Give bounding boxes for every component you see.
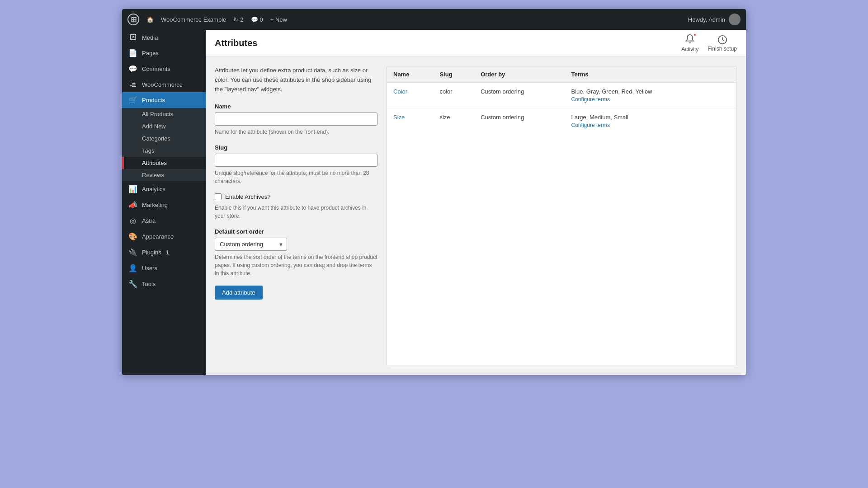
attr-slug-color: color [433, 83, 474, 108]
color-link[interactable]: Color [393, 88, 407, 95]
plugins-badge: 1 [166, 249, 169, 256]
page-title: Attributes [215, 38, 257, 48]
analytics-icon: 📊 [128, 185, 137, 193]
plugins-icon: 🔌 [128, 248, 137, 257]
attr-actions-size [716, 108, 736, 134]
slug-hint: Unique slug/reference for the attribute;… [215, 169, 377, 185]
submenu-reviews[interactable]: Reviews [122, 169, 206, 181]
attributes-table-panel: Name Slug Order by Terms Color [387, 66, 737, 366]
sidebar-item-comments[interactable]: 💬 Comments [122, 61, 206, 77]
content-area: Attributes Activity [206, 30, 746, 375]
sidebar-item-woocommerce[interactable]: 🛍 WooCommerce [122, 77, 206, 92]
sidebar-item-tools[interactable]: 🔧 Tools [122, 276, 206, 292]
sidebar-item-pages[interactable]: 📄 Pages [122, 45, 206, 61]
submenu-all-products[interactable]: All Products [122, 108, 206, 120]
archives-hint: Enable this if you want this attribute t… [215, 204, 377, 220]
attr-orderby-color: Custom ordering [474, 83, 565, 108]
activity-icon [685, 34, 695, 45]
home-icon-bar[interactable]: 🏠 [146, 16, 154, 23]
col-header-slug: Slug [433, 66, 474, 83]
sort-hint: Determines the sort order of the terms o… [215, 253, 377, 277]
comments-icon: 💬 [128, 65, 137, 73]
sidebar-item-users[interactable]: 👤 Users [122, 260, 206, 276]
table-row: Color color Custom ordering Blue, Gray, … [387, 83, 736, 108]
woocommerce-icon: 🛍 [128, 80, 137, 89]
content-header: Attributes Activity [206, 30, 746, 57]
submenu-tags[interactable]: Tags [122, 145, 206, 157]
products-icon: 🛒 [128, 96, 137, 104]
sidebar-item-analytics[interactable]: 📊 Analytics [122, 181, 206, 197]
finish-setup-button[interactable]: Finish setup [708, 35, 737, 52]
attr-actions-color [716, 83, 736, 108]
marketing-icon: 📣 [128, 201, 137, 209]
slug-label: Slug [215, 144, 377, 151]
name-input[interactable] [215, 113, 377, 126]
main-content: Attributes let you define extra product … [206, 57, 746, 375]
sort-order-select[interactable]: Custom ordering Name Name (numeric) Term… [215, 238, 287, 251]
comments-button[interactable]: 💬 0 [251, 16, 263, 23]
astra-icon: ◎ [128, 216, 137, 225]
col-header-orderby: Order by [474, 66, 565, 83]
attr-orderby-size: Custom ordering [474, 108, 565, 134]
sidebar-item-media[interactable]: 🖼 Media [122, 30, 206, 45]
form-panel: Attributes let you define extra product … [215, 66, 377, 366]
slug-input[interactable] [215, 154, 377, 167]
attr-terms-color: Blue, Gray, Green, Red, Yellow Configure… [565, 83, 716, 108]
submenu-add-new[interactable]: Add New [122, 120, 206, 132]
col-header-terms: Terms [565, 66, 716, 83]
archives-checkbox[interactable] [215, 193, 222, 200]
site-name[interactable]: WooCommerce Example [161, 16, 226, 23]
archives-label[interactable]: Enable Archives? [225, 193, 270, 200]
sort-order-group: Default sort order Custom ordering Name … [215, 228, 377, 277]
avatar[interactable] [729, 14, 741, 25]
configure-terms-color[interactable]: Configure terms [571, 96, 710, 103]
sort-order-wrapper: Custom ordering Name Name (numeric) Term… [215, 238, 287, 251]
home-icon: 🏠 [146, 16, 154, 23]
sidebar-item-products[interactable]: 🛒 Products [122, 92, 206, 108]
media-icon: 🖼 [128, 33, 137, 42]
slug-group: Slug Unique slug/reference for the attri… [215, 144, 377, 185]
attributes-table: Name Slug Order by Terms Color [387, 66, 736, 134]
products-submenu: All Products Add New Categories Tags Att… [122, 108, 206, 181]
add-attribute-button[interactable]: Add attribute [215, 286, 263, 300]
new-content-button[interactable]: + New [270, 16, 287, 23]
header-actions: Activity Finish setup [681, 34, 737, 52]
intro-text: Attributes let you define extra product … [215, 66, 377, 94]
sidebar-item-astra[interactable]: ◎ Astra [122, 213, 206, 229]
sidebar-item-plugins[interactable]: 🔌 Plugins 1 [122, 244, 206, 260]
updates-button[interactable]: ↻ 2 [233, 16, 243, 23]
sidebar-item-marketing[interactable]: 📣 Marketing [122, 197, 206, 213]
archives-group: Enable Archives? Enable this if you want… [215, 193, 377, 220]
wp-logo-icon[interactable]: ⊞ [127, 14, 139, 25]
attr-terms-size: Large, Medium, Small Configure terms [565, 108, 716, 134]
admin-bar: ⊞ 🏠 WooCommerce Example ↻ 2 💬 0 + New Ho… [122, 9, 746, 30]
configure-terms-size[interactable]: Configure terms [571, 122, 710, 128]
archives-checkbox-row: Enable Archives? [215, 193, 377, 200]
activity-button[interactable]: Activity [681, 34, 698, 52]
attr-name-size: Size [387, 108, 433, 134]
users-icon: 👤 [128, 264, 137, 272]
col-header-actions [716, 66, 736, 83]
attr-slug-size: size [433, 108, 474, 134]
tools-icon: 🔧 [128, 280, 137, 288]
appearance-icon: 🎨 [128, 232, 137, 241]
sidebar: 🖼 Media 📄 Pages 💬 Comments 🛍 WooCommerce… [122, 30, 206, 375]
name-hint: Name for the attribute (shown on the fro… [215, 128, 377, 136]
submenu-attributes[interactable]: Attributes [122, 157, 206, 169]
name-label: Name [215, 103, 377, 110]
submenu-categories[interactable]: Categories [122, 132, 206, 145]
user-info: Howdy, Admin [688, 14, 741, 25]
sidebar-item-appearance[interactable]: 🎨 Appearance [122, 229, 206, 244]
attr-name-color: Color [387, 83, 433, 108]
table-row: Size size Custom ordering Large, Medium,… [387, 108, 736, 134]
name-group: Name Name for the attribute (shown on th… [215, 103, 377, 136]
size-link[interactable]: Size [393, 114, 405, 121]
col-header-name: Name [387, 66, 433, 83]
sort-order-label: Default sort order [215, 228, 377, 235]
pages-icon: 📄 [128, 49, 137, 57]
